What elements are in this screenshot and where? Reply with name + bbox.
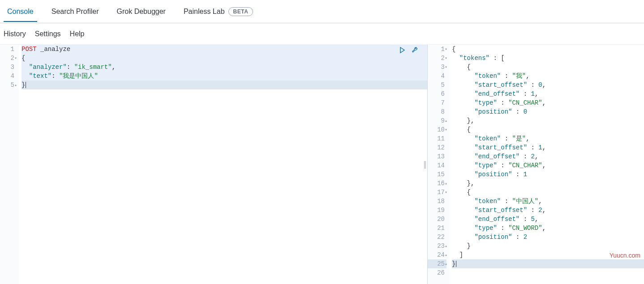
fold-icon[interactable]: ▾ <box>443 45 447 54</box>
line-number: 9▴ <box>428 116 447 125</box>
line-number: 14 <box>428 161 447 170</box>
tab-grok-debugger[interactable]: Grok Debugger <box>113 1 169 22</box>
code-line: "analyzer": "ik_smart", <box>21 63 427 72</box>
fold-icon[interactable]: ▾ <box>13 54 17 63</box>
line-number: 12 <box>428 143 447 152</box>
line-number: 20 <box>428 215 447 224</box>
code-line: "start_offset" : 2, <box>452 206 644 215</box>
code-line: "token" : "是", <box>452 134 644 143</box>
subtab-history[interactable]: History <box>4 28 26 40</box>
run-button[interactable] <box>398 46 407 55</box>
code-line: "token" : "中国人", <box>452 197 644 206</box>
code-line: "start_offset" : 0, <box>452 81 644 89</box>
code-line: { <box>452 63 644 72</box>
line-number: 21 <box>428 224 447 233</box>
line-number: 6 <box>428 89 447 98</box>
console-subtabs: History Settings Help <box>0 23 644 45</box>
code-line: "end_offset" : 2, <box>452 152 644 161</box>
line-number: 3 <box>0 63 16 72</box>
tab-label: Grok Debugger <box>117 8 166 16</box>
line-number: 1▾ <box>428 45 447 54</box>
tab-label: Console <box>7 8 34 16</box>
text-cursor <box>26 82 26 88</box>
line-number: 4 <box>428 72 447 81</box>
request-pane: 12▾345▴ POST _analyze{ "analyzer": "ik_s… <box>0 45 427 284</box>
line-number: 5▴ <box>0 81 16 89</box>
request-actions <box>398 46 419 55</box>
fold-icon[interactable]: ▾ <box>443 54 447 63</box>
code-line: "text": "我是中国人" <box>21 72 427 81</box>
line-number: 19 <box>428 206 447 215</box>
fold-icon[interactable]: ▾ <box>443 63 447 72</box>
line-number: 7 <box>428 98 447 107</box>
text-cursor <box>456 261 456 267</box>
code-line: { <box>21 54 427 63</box>
fold-icon[interactable]: ▴ <box>443 117 447 126</box>
line-number: 3▾ <box>428 63 447 72</box>
code-line: "tokens" : [ <box>452 54 644 63</box>
subtab-settings[interactable]: Settings <box>35 28 61 40</box>
code-line: { <box>452 45 644 54</box>
watermark: Yuucn.com <box>610 252 640 259</box>
code-line: "end_offset" : 5, <box>452 215 644 224</box>
response-editor[interactable]: 1▾2▾3▾456789▴10▾111213141516▴17▾18192021… <box>428 45 644 284</box>
code-line: "token" : "我", <box>452 72 644 81</box>
subtab-help[interactable]: Help <box>70 28 85 40</box>
line-number: 18 <box>428 197 447 206</box>
fold-icon[interactable]: ▴ <box>443 242 447 251</box>
fold-icon[interactable]: ▾ <box>443 188 447 197</box>
code-line <box>452 268 644 277</box>
request-gutter: 12▾345▴ <box>0 45 19 284</box>
tab-search-profiler[interactable]: Search Profiler <box>48 1 103 22</box>
line-number: 16▴ <box>428 179 447 188</box>
line-number: 13 <box>428 152 447 161</box>
line-number: 24▴ <box>428 250 447 259</box>
code-line: POST _analyze <box>21 45 427 54</box>
line-number: 2▾ <box>0 54 16 63</box>
response-pane: 1▾2▾3▾456789▴10▾111213141516▴17▾18192021… <box>427 45 644 284</box>
response-gutter: 1▾2▾3▾456789▴10▾111213141516▴17▾18192021… <box>428 45 449 284</box>
fold-icon[interactable]: ▾ <box>443 126 447 135</box>
line-number: 10▾ <box>428 125 447 134</box>
tab-console[interactable]: Console <box>4 1 37 22</box>
beta-badge: BETA <box>228 7 253 16</box>
tab-painless-lab[interactable]: Painless Lab BETA <box>180 1 257 22</box>
code-line: "start_offset" : 1, <box>452 143 644 152</box>
request-code[interactable]: POST _analyze{ "analyzer": "ik_smart", "… <box>19 45 427 284</box>
line-number: 1 <box>0 45 16 54</box>
code-line: } <box>452 242 644 250</box>
fold-icon[interactable]: ▴ <box>443 179 447 188</box>
code-line: } <box>21 81 427 89</box>
fold-icon[interactable]: ▴ <box>443 260 447 269</box>
code-line: }, <box>452 179 644 188</box>
code-line: "position" : 0 <box>452 107 644 116</box>
code-line: { <box>452 125 644 134</box>
code-line: "position" : 1 <box>452 170 644 179</box>
line-number: 2▾ <box>428 54 447 63</box>
line-number: 11 <box>428 134 447 143</box>
line-number: 4 <box>0 72 16 81</box>
line-number: 15 <box>428 170 447 179</box>
line-number: 8 <box>428 107 447 116</box>
main-tabs: Console Search Profiler Grok Debugger Pa… <box>0 0 644 23</box>
request-editor[interactable]: 12▾345▴ POST _analyze{ "analyzer": "ik_s… <box>0 45 427 284</box>
wrench-icon <box>411 47 418 54</box>
fold-icon[interactable]: ▴ <box>443 251 447 260</box>
tab-label: Search Profiler <box>52 8 99 16</box>
code-line: "type" : "CN_WORD", <box>452 224 644 233</box>
response-code: { "tokens" : [ { "token" : "我", "start_o… <box>449 45 644 284</box>
code-line: { <box>452 188 644 197</box>
line-number: 23▴ <box>428 242 447 250</box>
line-number: 26 <box>428 268 447 277</box>
play-icon <box>399 47 406 54</box>
line-number: 17▾ <box>428 188 447 197</box>
options-button[interactable] <box>410 46 419 55</box>
fold-icon[interactable]: ▴ <box>13 81 17 90</box>
code-line: "type" : "CN_CHAR", <box>452 98 644 107</box>
splitter-handle[interactable]: ║ <box>423 161 427 168</box>
code-line: } <box>452 259 644 268</box>
line-number: 25▴ <box>428 259 447 268</box>
line-number: 5 <box>428 81 447 89</box>
tab-label: Painless Lab <box>184 8 225 16</box>
line-number: 22 <box>428 233 447 242</box>
